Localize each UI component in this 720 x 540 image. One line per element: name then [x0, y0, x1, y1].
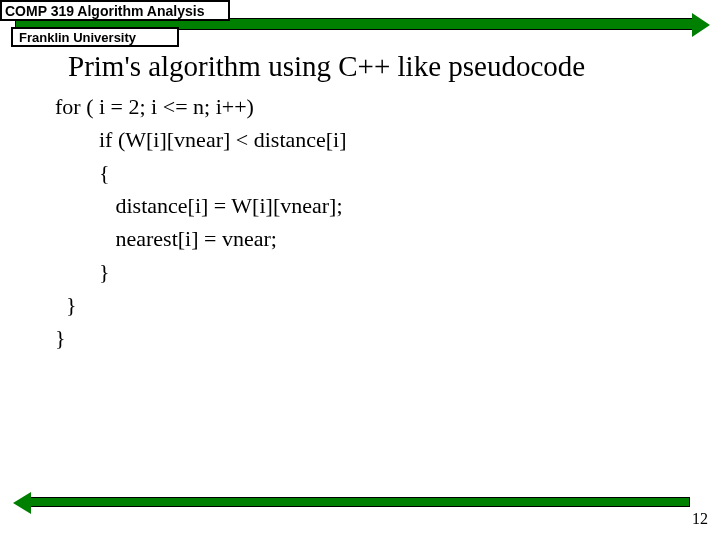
course-code-text: COMP 319 Algorithm Analysis [5, 3, 204, 19]
code-line: distance[i] = W[i][vnear]; [55, 193, 343, 218]
slide-title: Prim's algorithm using C++ like pseudoco… [68, 50, 585, 83]
university-text: Franklin University [19, 30, 136, 45]
footer-arrow-bar [30, 497, 690, 507]
code-line: { [55, 160, 110, 185]
course-code-box: COMP 319 Algorithm Analysis [0, 0, 230, 21]
code-line: for ( i = 2; i <= n; i++) [55, 94, 254, 119]
code-line: } [55, 292, 77, 317]
code-line: } [55, 325, 66, 350]
code-block: for ( i = 2; i <= n; i++) if (W[i][vnear… [55, 90, 347, 354]
slide: COMP 319 Algorithm Analysis Franklin Uni… [0, 0, 720, 540]
page-number: 12 [692, 510, 708, 528]
code-line: } [55, 259, 110, 284]
university-box: Franklin University [11, 27, 179, 47]
code-line: nearest[i] = vnear; [55, 226, 277, 251]
code-line: if (W[i][vnear] < distance[i] [55, 127, 347, 152]
